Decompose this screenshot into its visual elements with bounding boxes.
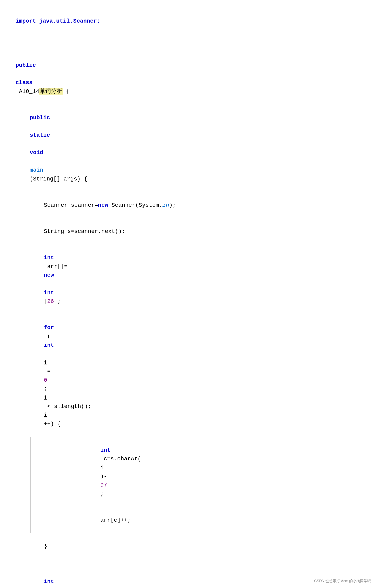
c-text: c=s.charAt( [100,456,141,462]
space: A10_14 [16,88,39,94]
for1-zero: 0 [44,377,47,383]
class-keyword: class [16,79,32,86]
space [16,71,19,77]
for1-len: < s.length(); [44,403,94,410]
class-name-cn: 单词分析 [39,88,63,94]
int-keyword-3: int [44,342,54,348]
int-keyword-1: int [44,254,54,261]
new-keyword: new [98,202,108,208]
int-keyword-2: int [44,290,54,296]
int-keyword-5: int [44,578,54,585]
for1-var-i: i [44,359,47,366]
space [44,351,47,357]
for1-close-brace: } [2,533,371,560]
space [30,158,33,165]
watermark: CSDN 也想累打 Acm 的小淘同学哦 [314,578,371,584]
num-97: 97 [100,482,107,488]
public-keyword-2: public [30,115,50,121]
int-arr-line: int arr[]= new int [26]; [2,245,371,315]
for1-inc-op: ++) { [44,421,61,427]
for1-line: for ( int i = 0 ; i < s.length(); i ++) … [2,315,371,437]
for1-cond-i: i [44,394,47,401]
main-method-line: public static void main (String[] args) … [2,105,371,192]
new-keyword-2: new [44,272,54,278]
for1-inc-i: i [44,412,47,418]
scanner-init-line: Scanner scanner=new Scanner(System.in); [2,192,371,218]
system-in: in [162,202,169,208]
charat-i: i [100,465,104,471]
empty-line-3 [2,560,371,568]
scanner-text: Scanner scanner= [44,202,98,208]
empty-line-1 [2,34,371,43]
main-params: (String[] args) { [30,176,87,182]
void-keyword: void [30,149,43,156]
for-keyword-1: for [44,325,54,331]
for1-open: ( [44,333,51,340]
int-keyword-4: int [100,447,110,453]
int-c-line: int c=s.charAt( i )- 97 ; [31,437,371,507]
scanner-end: ); [169,202,176,208]
class-brace: { [63,88,70,94]
arr-size-open: [ [44,298,47,304]
public-keyword: public [16,62,36,68]
for1-close-text: } [44,543,47,549]
string-s-text: String s=scanner.next(); [44,228,125,234]
for1-semi1: ; [44,386,51,392]
num-26: 26 [47,298,54,304]
space [30,141,33,147]
charat-minus: )- [100,473,107,480]
c-semi: ; [100,491,104,497]
scanner-text-2: Scanner(System. [108,202,162,208]
for1-assign: = [44,368,54,374]
arr-c-text: arr[c]++; [100,517,131,523]
for1-body: int c=s.charAt( i )- 97 ; arr[c]++; [2,437,371,533]
arr-text: arr[]= [44,263,68,270]
space [44,281,47,287]
arr-size-close: ]; [54,298,61,304]
code-container: import java.util.Scanner; public class A… [2,8,371,588]
main-method-name: main [30,167,43,173]
empty-line-2 [2,43,371,52]
string-s-line: String s=scanner.next(); [2,218,371,245]
import-line: import java.util.Scanner; [2,8,371,34]
space [44,587,47,588]
arr-c-line: arr[c]++; [31,507,371,533]
static-keyword: static [30,132,50,138]
class-declaration-line: public class A10_14单词分析 { [2,52,371,105]
space [30,123,33,129]
for1-body-content: int c=s.charAt( i )- 97 ; arr[c]++; [31,437,371,533]
import-keyword: import java.util.Scanner; [16,18,100,24]
